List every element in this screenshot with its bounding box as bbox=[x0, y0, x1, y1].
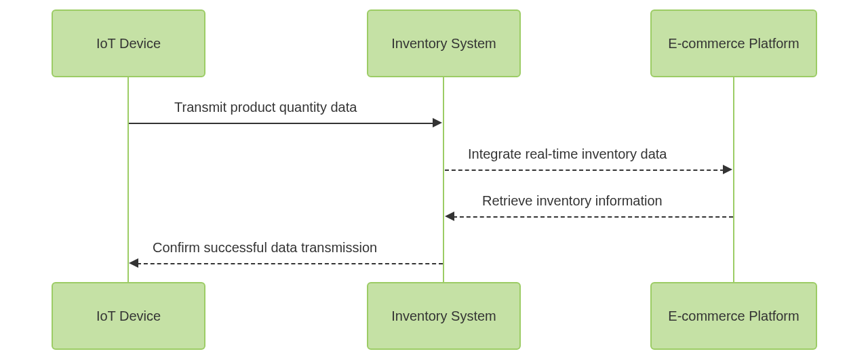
arrowhead-right-icon bbox=[433, 118, 442, 127]
arrowhead-left-icon bbox=[445, 212, 454, 221]
message-label-m3: Retrieve inventory information bbox=[482, 193, 663, 209]
message-label-m4: Confirm successful data transmission bbox=[153, 240, 377, 256]
actor-iot-top: IoT Device bbox=[52, 9, 205, 77]
actor-inv-bottom: Inventory System bbox=[367, 282, 521, 350]
message-label-m2: Integrate real-time inventory data bbox=[468, 146, 667, 162]
actor-label: IoT Device bbox=[96, 36, 161, 52]
arrowhead-right-icon bbox=[723, 165, 732, 174]
actor-label: E-commerce Platform bbox=[668, 308, 799, 324]
actor-label: Inventory System bbox=[391, 36, 496, 52]
arrowhead-left-icon bbox=[129, 258, 138, 268]
actor-label: E-commerce Platform bbox=[668, 36, 799, 52]
message-line-m3 bbox=[453, 216, 733, 218]
message-line-m4 bbox=[137, 263, 443, 264]
lifeline-ecom bbox=[733, 77, 734, 282]
sequence-diagram: IoT Device Inventory System E-commerce P… bbox=[0, 0, 868, 360]
actor-label: IoT Device bbox=[96, 308, 161, 324]
actor-ecom-top: E-commerce Platform bbox=[650, 9, 817, 77]
message-line-m1 bbox=[129, 123, 434, 124]
actor-iot-bottom: IoT Device bbox=[52, 282, 205, 350]
lifeline-iot bbox=[127, 77, 129, 282]
message-label-m1: Transmit product quantity data bbox=[174, 100, 357, 115]
actor-inv-top: Inventory System bbox=[367, 9, 521, 77]
actor-ecom-bottom: E-commerce Platform bbox=[650, 282, 817, 350]
lifeline-inv bbox=[443, 77, 444, 282]
message-line-m2 bbox=[445, 169, 724, 171]
actor-label: Inventory System bbox=[391, 308, 496, 324]
